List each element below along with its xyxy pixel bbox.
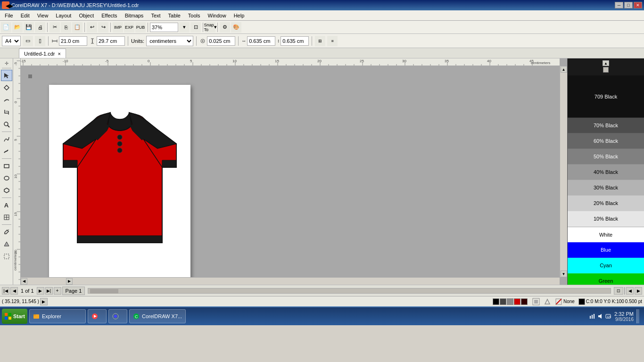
show-desktop-btn[interactable] [636,309,639,323]
page-size-select[interactable]: A4 [2,36,21,46]
color-swatch-cyan[interactable]: Cyan [568,258,644,273]
bswatch-vdarkred[interactable] [521,298,528,305]
color-mgr-button[interactable]: 🎨 [231,22,241,33]
ellipse-tool-btn[interactable] [1,173,12,184]
menu-help[interactable]: Help [230,12,248,19]
options-button[interactable]: ⚙ [220,22,230,33]
page-prev-btn[interactable]: ◀ [10,287,18,295]
tab-close-icon[interactable]: × [58,51,60,57]
polygon-tool-btn[interactable] [1,185,12,196]
import-button[interactable]: IMP [113,22,123,33]
color-swatch-50black[interactable]: 50% Black [568,149,644,165]
canvas-area[interactable]: ▲ ▼ ◀ ▶ [21,58,567,285]
active-tab[interactable]: Untitled-1.cdr × [19,49,66,58]
color-swatch-30black[interactable]: 30% Black [568,180,644,196]
page-first-btn[interactable]: |◀ [2,287,9,295]
undo-button[interactable]: ↩ [87,22,97,33]
scrollbar-horizontal[interactable]: ◀ ▶ [21,277,560,285]
color-swatch-40black[interactable]: 40% Black [568,165,644,180]
nav-arrow-right[interactable]: ▶ [635,287,642,295]
scrollbar-vertical[interactable]: ▲ ▼ [560,66,567,277]
taskbar-chrome[interactable] [108,309,127,323]
menu-file[interactable]: File [1,12,17,19]
dim-w-input[interactable] [247,36,275,46]
copy-button[interactable]: ⎘ [61,22,71,33]
transparency-tool-btn[interactable] [1,251,12,262]
fill-tool-btn[interactable] [1,239,12,250]
bswatch-gray[interactable] [507,298,513,305]
start-button[interactable]: Start [2,309,27,324]
page-last-btn[interactable]: ▶| [45,287,53,295]
nav-arrow-left[interactable]: ◀ [626,287,634,295]
menu-table[interactable]: Table [165,12,184,19]
menu-effects[interactable]: Effects [98,12,121,19]
taskbar-media[interactable] [88,309,107,323]
minimize-button[interactable]: ─ [615,2,623,8]
crop-tool-btn[interactable] [1,107,12,118]
print-button[interactable]: 🖨 [35,22,45,33]
table-tool-btn[interactable] [1,212,12,223]
scroll-down-button[interactable]: ▼ [561,271,567,277]
bswatch-black[interactable] [493,298,499,305]
page-height-input[interactable] [97,36,125,46]
open-button[interactable]: 📂 [12,22,23,33]
rect-tool-btn[interactable] [1,160,12,172]
doc-scroll-thumb[interactable] [90,289,118,294]
paste-button[interactable]: 📋 [72,22,83,33]
align-button[interactable]: ≡ [327,36,338,46]
zoom-input[interactable] [150,23,178,32]
menu-window[interactable]: Window [204,12,230,19]
cut-button[interactable]: ✂ [50,22,60,33]
dropper-tool-btn[interactable] [1,226,12,238]
export-button[interactable]: EXP [124,22,134,33]
page-next-btn[interactable]: ▶ [37,287,44,295]
menu-tools[interactable]: Tools [184,12,204,19]
zoom-tool-btn[interactable] [1,119,12,130]
color-swatch-green[interactable]: Green [568,273,644,285]
transform-button[interactable]: ⊞ [315,36,325,46]
text-tool-btn[interactable]: A [1,199,12,211]
expand-button[interactable]: ▶ [40,298,48,305]
menu-edit[interactable]: Edit [17,12,33,19]
color-swatch-60black[interactable]: 60% Black [568,133,644,149]
publish-button[interactable]: PUB [135,22,146,33]
zoom-fit[interactable]: ⊡ [190,22,201,33]
scroll-left-button[interactable]: ◀ [21,278,27,285]
shape-tool-btn[interactable] [1,82,12,93]
freehand-tool-btn[interactable] [1,133,12,145]
nudge-input[interactable] [207,36,235,46]
redo-button[interactable]: ↪ [98,22,108,33]
color-swatch-20black[interactable]: 20% Black [568,196,644,211]
menu-bitmaps[interactable]: Bitmaps [121,12,148,19]
doc-scrollbar-h[interactable] [88,287,611,295]
maximize-button[interactable]: □ [624,2,633,8]
menu-view[interactable]: View [33,12,52,19]
units-select[interactable]: centimeters inches pixels [146,36,193,46]
color-swatch-white[interactable]: White [568,227,644,242]
scroll-right-button[interactable]: ▶ [66,278,73,285]
pick-tool-btn[interactable] [1,70,12,81]
color-swatch-70black[interactable]: 70% Black [568,118,644,133]
menu-text[interactable]: Text [147,12,164,19]
snap-to[interactable]: Snap To ▾ [205,22,215,33]
color-swatch-blue[interactable]: Blue [568,242,644,258]
dim-h-input[interactable] [281,36,309,46]
palette-scroll-up[interactable]: ▲ [603,60,609,66]
zoom-status-btn[interactable]: ⊡ [614,287,623,295]
taskbar-explorer[interactable]: Explorer [29,309,86,323]
scroll-up-button[interactable]: ▲ [561,66,567,73]
bswatch-darkred[interactable] [514,298,520,305]
color-swatch-709black[interactable]: 709 Black [568,75,644,118]
artmedia-tool-btn[interactable] [1,146,12,157]
save-button[interactable]: 💾 [24,22,34,33]
menu-object[interactable]: Object [75,12,98,19]
page-width-input[interactable] [59,36,87,46]
smear-tool-btn[interactable] [1,94,12,106]
color-swatch-10black[interactable]: 10% Black [568,211,644,227]
new-button[interactable]: 📄 [1,22,11,33]
zoom-dropdown[interactable]: ▾ [179,22,190,33]
page-add-btn[interactable]: + [54,287,61,295]
taskbar-coreldraw[interactable]: C CorelDRAW X7... [129,309,186,323]
menu-layout[interactable]: Layout [52,12,75,19]
landscape-button[interactable]: ▯ [35,36,45,46]
